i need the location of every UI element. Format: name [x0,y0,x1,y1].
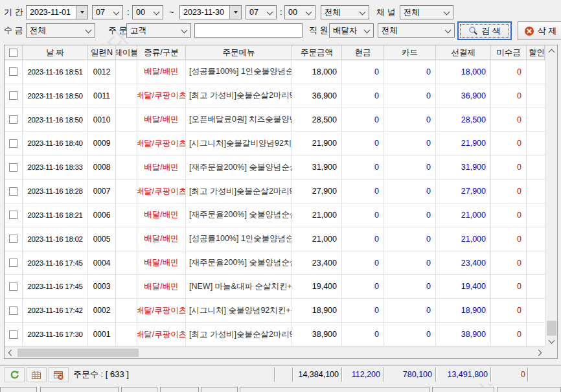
row-checkbox[interactable] [9,211,17,219]
table-row[interactable]: 2023-11-16 17:42 0002 배달/쿠팡이츠 [시그니처] 숯불양… [5,299,545,323]
chevron-down-icon [113,8,120,15]
table-row[interactable]: 2023-11-16 18:50 0011 배달/쿠팡이츠 [최고 가성비]숯불… [5,84,545,108]
order-amount-cell: 31,900 [292,156,342,179]
row-checkbox[interactable] [9,282,17,291]
statusbar-separator [292,367,293,382]
date-from-picker[interactable]: 2023-11-01 [26,5,88,19]
order-unpaid-cell: 0 [491,251,527,275]
row-check-cell [5,108,23,132]
scroll-up-button[interactable] [545,45,557,56]
bottom-button[interactable] [160,387,199,392]
minute-to-select[interactable]: 00 [284,5,315,19]
order-cash-cell: 0 [342,323,384,347]
order-cash-cell: 0 [342,156,384,179]
column-header-serial[interactable]: 일련N [88,45,116,60]
statusbar-separator [274,367,275,382]
row-checkbox[interactable] [9,115,17,124]
chevron-down-icon [445,27,452,33]
table-row[interactable]: 2023-11-16 18:21 0006 배달/배민 [재주문율200%] 숯… [5,203,545,227]
customer-search-input[interactable] [194,23,303,38]
horizontal-scroll-thumb[interactable] [17,349,139,357]
table-row[interactable]: 2023-11-16 18:40 0009 배달/쿠팡이츠 [시그니처]숯불갈비… [5,132,545,156]
vertical-scroll-thumb[interactable] [547,321,556,336]
table-row[interactable]: 2023-11-16 18:33 0008 배달/배민 [재주문율200%] 숯… [5,156,545,179]
table-row[interactable]: 2023-11-16 18:02 0005 배달/배민 [성공률100%] 1인… [5,227,545,251]
order-amount-cell: 21,000 [292,203,342,227]
table-row[interactable]: 2023-11-16 17:45 0004 배달/배민 [재주문율200%] 숯… [5,251,545,275]
select-all-checkbox[interactable] [9,49,17,57]
grid-delete-button[interactable] [49,367,69,382]
row-check-cell [5,275,23,299]
row-checkbox[interactable] [9,163,17,172]
total-card: 780,100 [384,365,432,384]
order-count-text: 주문수 : [ 633 ] [73,365,129,384]
vertical-scrollbar[interactable] [545,45,557,347]
dropdown-arrow-icon[interactable] [76,6,87,19]
table-row[interactable]: 2023-11-16 17:30 0001 배달/쿠팡이츠 [최고 가성비]숯불… [5,323,545,347]
table-row[interactable]: 2023-11-16 18:28 0007 배달/쿠팡이츠 [최고 가성비]숯불… [5,179,545,203]
staff-select[interactable]: 전체 [378,23,455,38]
staff-type-select[interactable]: 배달자 [329,23,374,38]
hour-to-select[interactable]: 07 [246,5,277,19]
minute-from-select[interactable]: 00 [132,5,163,19]
column-header-table[interactable]: 테이블 [116,45,137,60]
bottom-button[interactable] [432,387,494,392]
collect-value: 전체 [30,25,46,36]
order-prepaid-cell: 21,900 [436,132,491,156]
column-header-card[interactable]: 카드 [384,45,436,60]
search-button[interactable]: 검 색 [457,21,512,40]
row-checkbox[interactable] [9,91,17,100]
order-unpaid-cell: 0 [491,108,527,132]
order-menu-cell: [성공률100%] 1인숯불양념순살 [186,227,292,251]
refresh-button[interactable] [5,367,25,382]
table-row[interactable]: 2023-11-16 18:51 0012 배달/배민 [성공률100%] 1인… [5,60,545,84]
column-header-prepaid[interactable]: 선결제 [436,45,491,60]
row-check-cell [5,299,23,323]
order-menu-cell: [최고 가성비]숯불순살2마리9 [186,179,292,203]
column-header-cash[interactable]: 현금 [342,45,384,60]
bottom-button[interactable] [0,387,37,392]
row-checkbox[interactable] [9,187,17,196]
row-checkbox[interactable] [9,139,17,148]
row-checkbox[interactable] [9,235,17,243]
range-type-select[interactable]: 전체 [321,5,369,19]
row-checkbox[interactable] [9,259,17,267]
row-checkbox[interactable] [9,306,17,315]
scroll-right-button[interactable] [534,347,545,358]
order-search-type-select[interactable]: 고객 [126,23,191,38]
row-checkbox[interactable] [9,330,17,339]
chevron-down-icon [306,8,312,15]
channel-select[interactable]: 전체 [400,5,453,19]
collect-select[interactable]: 전체 [26,23,95,38]
scroll-left-button[interactable] [5,347,16,358]
order-prepaid-cell: 36,900 [436,84,491,108]
hour-from-select[interactable]: 07 [92,5,123,19]
column-header-type[interactable]: 종류/구분 [137,45,186,60]
delete-icon [524,26,534,36]
delete-button[interactable]: 삭 제 [518,21,561,40]
column-header-menu[interactable]: 주문메뉴 [186,45,292,60]
bottom-button[interactable] [497,387,561,392]
horizontal-scrollbar[interactable] [5,347,545,358]
bottom-button[interactable] [201,387,238,392]
order-search-type-value: 고객 [130,25,146,36]
column-header-discount[interactable]: 할인 [527,45,545,60]
table-row[interactable]: 2023-11-16 18:50 0010 배달/배민 [오픈배달료0원] 치즈… [5,108,545,132]
order-discount-cell [527,84,545,108]
bottom-button[interactable] [240,387,429,392]
scroll-down-button[interactable] [545,336,557,347]
column-header-unpaid[interactable]: 미수금 [491,45,527,60]
refresh-icon [10,370,20,380]
bottom-button[interactable] [121,387,157,392]
grid-add-button[interactable]: □+ +□ [27,367,47,382]
bottom-button[interactable] [40,387,119,392]
column-header-date[interactable]: 날 짜 [23,45,88,60]
chevron-down-icon [181,27,188,33]
row-checkbox[interactable] [9,67,17,76]
order-discount-cell [527,275,545,299]
status-bar: □+ +□ 주문수 : [ 633 ] 14,384,100 112,200 7… [0,365,561,384]
column-header-amount[interactable]: 주문금액 [292,45,342,60]
dropdown-arrow-icon[interactable] [229,6,241,19]
date-to-picker[interactable]: 2023-11-30 [179,5,242,19]
table-row[interactable]: 2023-11-16 17:45 0003 배달/배민 [NEW] 마늘&대파 … [5,275,545,299]
